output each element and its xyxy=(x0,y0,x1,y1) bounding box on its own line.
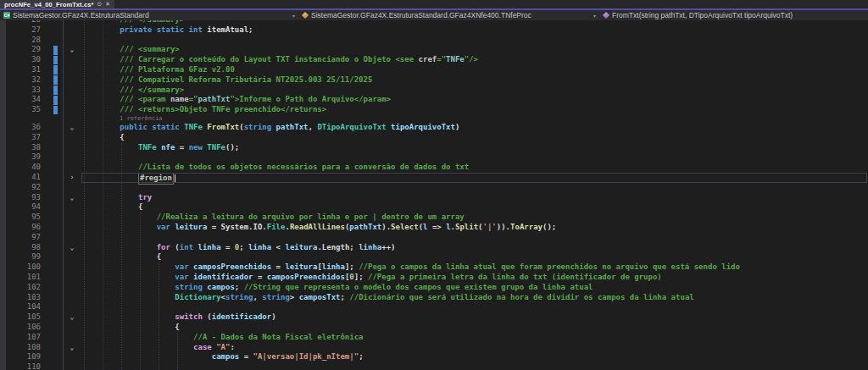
line-number[interactable]: 34 xyxy=(0,95,41,105)
code-text: /// </summary> xyxy=(83,86,184,96)
code-text: /// Compativel Reforma Tributária NT2025… xyxy=(83,75,372,86)
code-line[interactable]: 37 { xyxy=(0,133,868,143)
line-number[interactable]: 100 xyxy=(0,262,41,273)
tab-procnfe[interactable]: procNFe_v4_00_FromTxt.cs* ⊙ ✕ xyxy=(0,0,114,8)
line-number[interactable]: 35 xyxy=(0,105,41,115)
code-line[interactable]: 93⌄ try xyxy=(0,193,868,203)
code-text: { xyxy=(83,323,180,333)
code-line[interactable]: 103 Dictionary<string, string> camposTxt… xyxy=(0,293,868,303)
line-number[interactable]: 103 xyxy=(0,293,41,303)
change-bar xyxy=(53,65,58,75)
line-number[interactable]: 99 xyxy=(0,252,41,262)
chevron-down-icon[interactable]: ▾ xyxy=(292,13,295,19)
method-icon xyxy=(603,12,609,19)
code-line[interactable]: 109 campos = "A|versao|Id|pk_nItem|"; xyxy=(0,352,868,362)
member-signature: FromTxt(string pathTxt, DTipoArquivoTxt … xyxy=(612,11,793,19)
code-line[interactable]: 105⌄ switch (identificador) xyxy=(0,312,868,323)
line-number[interactable]: 98 xyxy=(0,243,41,253)
fold-expand-icon[interactable]: › xyxy=(67,173,77,183)
code-line[interactable]: 28 xyxy=(0,36,868,46)
code-line[interactable]: 110 xyxy=(0,362,868,370)
code-line[interactable]: 108⌄ case "A": xyxy=(0,343,868,353)
line-number[interactable]: 102 xyxy=(0,283,41,293)
line-number[interactable]: 36 xyxy=(0,123,41,133)
fold-collapse-icon[interactable]: ⌄ xyxy=(67,312,77,323)
code-text: //Realiza a leitura do arquivo por linha… xyxy=(83,213,465,223)
line-number[interactable]: 27 xyxy=(0,25,41,36)
code-line[interactable]: 30 /// Carregar o conteúdo do Layout TXT… xyxy=(0,55,868,65)
line-number[interactable]: 96 xyxy=(0,223,41,233)
line-number[interactable]: 31 xyxy=(0,65,41,75)
line-number[interactable]: 105 xyxy=(0,312,41,323)
code-line[interactable]: 96 var leitura = System.IO.File.ReadAllL… xyxy=(0,223,868,233)
line-number[interactable]: 94 xyxy=(0,202,41,213)
code-line[interactable]: 102 string campos; //String que represen… xyxy=(0,283,868,293)
code-text: { xyxy=(83,133,125,143)
code-text: var leitura = System.IO.File.ReadAllLine… xyxy=(83,223,556,233)
code-line[interactable]: 92 xyxy=(0,183,868,193)
code-line[interactable]: 41› #region xyxy=(0,173,868,183)
code-line[interactable]: 94 { xyxy=(0,202,868,213)
code-line[interactable]: 32 /// Compativel Reforma Tributária NT2… xyxy=(0,75,868,86)
line-number[interactable]: 39 xyxy=(0,152,41,163)
line-number[interactable]: 40 xyxy=(0,163,41,173)
code-editor[interactable]: 26 /// </summary>27 private static int i… xyxy=(0,20,868,370)
fold-collapse-icon[interactable]: ⌄ xyxy=(67,243,77,253)
line-number[interactable]: 110 xyxy=(0,362,41,370)
line-number[interactable]: 95 xyxy=(0,213,41,223)
code-area[interactable]: 26 /// </summary>27 private static int i… xyxy=(0,20,868,370)
code-line[interactable]: 100 var camposPreenchidos = leitura[linh… xyxy=(0,262,868,273)
fold-collapse-icon[interactable]: ⌄ xyxy=(67,123,77,133)
code-line[interactable]: 106 { xyxy=(0,323,868,333)
vs-editor-window: procNFe_v4_00_FromTxt.cs* ⊙ ✕ C# Sistema… xyxy=(0,0,868,370)
line-number[interactable]: 30 xyxy=(0,55,41,65)
code-line[interactable]: 38 TNFe nfe = new TNFe(); xyxy=(0,143,868,153)
line-number[interactable]: 97 xyxy=(0,233,41,243)
code-text: { xyxy=(83,202,142,213)
type-dropdown[interactable]: SistemaGestor.GFaz4X.EstruturaStandard.G… xyxy=(298,10,599,20)
line-number[interactable]: 28 xyxy=(0,36,41,46)
code-line[interactable]: 31 /// Plataforma GFaz v2.00 xyxy=(0,65,868,75)
code-line[interactable]: 99 { xyxy=(0,252,868,262)
code-line[interactable]: 101 var identificador = camposPreenchido… xyxy=(0,273,868,283)
code-line[interactable]: 27 private static int itemAtual; xyxy=(0,25,868,36)
fold-collapse-icon[interactable]: ⌄ xyxy=(67,193,77,203)
code-line[interactable]: 104 xyxy=(0,302,868,312)
fold-collapse-icon[interactable]: ⌄ xyxy=(67,343,77,353)
chevron-down-icon[interactable]: ▾ xyxy=(593,13,596,19)
code-line[interactable]: 33 /// </summary> xyxy=(0,86,868,96)
code-text: /// <param name="pathTxt">Informe o Path… xyxy=(83,95,391,105)
member-dropdown[interactable]: FromTxt(string pathTxt, DTipoArquivoTxt … xyxy=(599,10,868,20)
line-number[interactable]: 33 xyxy=(0,86,41,96)
codelens-row[interactable]: 1 referência xyxy=(0,115,868,123)
close-tab-icon[interactable]: ✕ xyxy=(105,0,110,8)
line-number[interactable]: 32 xyxy=(0,75,41,86)
code-line[interactable]: 36⌄ public static TNFe FromTxt(string pa… xyxy=(0,123,868,133)
code-line[interactable]: 34 /// <param name="pathTxt">Informe o P… xyxy=(0,95,868,105)
project-dropdown[interactable]: C# SistemaGestor.GFaz4X.EstruturaStandar… xyxy=(0,10,298,20)
code-line[interactable]: 40 //Lista de todos os objetos necessári… xyxy=(0,163,868,173)
code-line[interactable]: 107 //A - Dados da Nota Fiscal eletrônic… xyxy=(0,333,868,343)
fold-collapse-icon[interactable]: ⌄ xyxy=(67,45,77,55)
line-number[interactable]: 107 xyxy=(0,333,41,343)
line-number[interactable]: 41 xyxy=(0,173,41,183)
code-line[interactable]: 98⌄ for (int linha = 0; linha < leitura.… xyxy=(0,243,868,253)
code-line[interactable]: 29⌄ /// <summary> xyxy=(0,45,868,55)
line-number[interactable]: 109 xyxy=(0,352,41,362)
code-text: /// <returns>Objeto TNFe preenchido</ret… xyxy=(83,105,326,115)
line-number[interactable]: 93 xyxy=(0,193,41,203)
line-number[interactable]: 101 xyxy=(0,273,41,283)
code-line[interactable]: 97 xyxy=(0,233,868,243)
line-number[interactable]: 38 xyxy=(0,143,41,153)
code-line[interactable]: 39 xyxy=(0,152,868,163)
line-number[interactable]: 37 xyxy=(0,133,41,143)
keep-open-icon[interactable]: ⊙ xyxy=(97,0,102,8)
line-number[interactable]: 108 xyxy=(0,343,41,353)
code-line[interactable]: 95 //Realiza a leitura do arquivo por li… xyxy=(0,213,868,223)
line-number[interactable]: 104 xyxy=(0,302,41,312)
code-line[interactable]: 35 /// <returns>Objeto TNFe preenchido</… xyxy=(0,105,868,115)
codelens-references[interactable]: 1 referência xyxy=(120,115,163,123)
line-number[interactable]: 29 xyxy=(0,45,41,55)
line-number[interactable]: 92 xyxy=(0,183,41,193)
line-number[interactable]: 106 xyxy=(0,323,41,333)
